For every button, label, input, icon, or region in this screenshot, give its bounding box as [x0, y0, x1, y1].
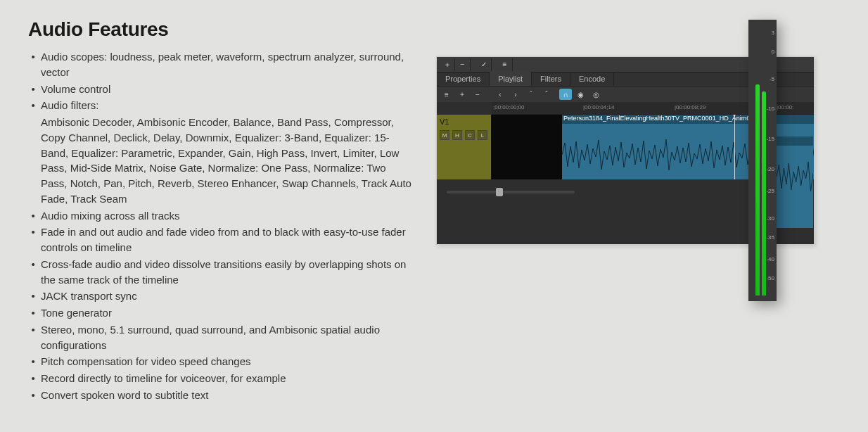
ruler-tick: |00:00:04;14 [583, 104, 614, 110]
target-icon[interactable]: ◎ [589, 88, 603, 101]
meter-bar-left [755, 84, 760, 296]
meter-tick: -15 [766, 136, 774, 142]
add-icon[interactable]: ＋ [455, 88, 469, 101]
meter-tick: -25 [766, 188, 774, 194]
remove-icon[interactable]: − [455, 58, 471, 71]
track-btn-l[interactable]: L [478, 130, 487, 140]
tab-filters[interactable]: Filters [532, 72, 570, 86]
meter-tick: 0 [772, 49, 774, 55]
page-row: Audio Features Audio scopes: loudness, p… [0, 0, 868, 405]
ruler-tick: |00:00:08;29 [675, 104, 706, 110]
meter-tick: 3 [772, 30, 774, 36]
filters-desc: Ambisonic Decoder, Ambisonic Encoder, Ba… [41, 115, 415, 207]
track-btn-m[interactable]: M [440, 130, 449, 140]
add-icon[interactable]: ＋ [440, 58, 455, 71]
zoom-slider-thumb[interactable] [496, 188, 503, 196]
visibility-icon[interactable]: ◉ [573, 88, 587, 101]
meter-scale: 30-5-10-15-20-25-30-35-40-50 [765, 24, 774, 297]
audio-meter-panel: 30-5-10-15-20-25-30-35-40-50 [748, 20, 777, 301]
meter-tick: -20 [766, 166, 774, 172]
feature-item: Convert spoken word to subtitle text [41, 388, 415, 403]
ruler-tick: |00:00: [777, 104, 793, 110]
feature-item: Stereo, mono, 5.1 surround, quad surroun… [41, 322, 415, 353]
track-btn-c[interactable]: C [465, 130, 475, 140]
feature-item: Cross-fade audio and video dissolve tran… [41, 257, 415, 288]
tab-playlist[interactable]: Playlist [490, 72, 532, 86]
feature-item: Record directly to timeline for voiceove… [41, 371, 415, 386]
meter-tick: -35 [766, 234, 774, 241]
meter-tick: -50 [766, 275, 774, 281]
feature-item: Audio scopes: loudness, peak meter, wave… [41, 49, 415, 80]
meter-tick: -30 [766, 215, 774, 222]
meter-tick: -10 [766, 106, 774, 112]
meter-tick: -5 [770, 76, 774, 82]
feature-item: Volume control [41, 82, 415, 97]
menu-icon[interactable]: ≡ [497, 58, 513, 71]
menu-icon[interactable]: ≡ [440, 88, 454, 101]
text-column: Audio Features Audio scopes: loudness, p… [28, 18, 415, 405]
check-icon[interactable]: ✓ [476, 58, 492, 71]
chevron-left-icon[interactable]: ‹ [493, 88, 507, 101]
tab-encode[interactable]: Encode [570, 72, 614, 86]
feature-item: Fade in and out audio and fade video fro… [41, 224, 415, 255]
feature-item: Audio filters:Ambisonic Decoder, Ambison… [41, 98, 415, 206]
waveform-icon [777, 158, 813, 196]
meter-tick: -40 [766, 256, 774, 262]
feature-item: Tone generator [41, 305, 415, 321]
tab-properties[interactable]: Properties [437, 72, 490, 86]
chevron-up-icon[interactable]: ˆ [540, 88, 554, 101]
clip-fragment: |00:00: [777, 136, 813, 228]
chevron-right-icon[interactable]: › [509, 88, 523, 101]
feature-item: Audio mixing across all tracks [41, 208, 415, 224]
editor-column: ＋ − ✓ ≡ PropertiesPlaylistFiltersEncode … [436, 56, 816, 405]
magnet-icon[interactable]: ∩ [559, 89, 572, 100]
chevron-down-icon[interactable]: ˇ [524, 88, 538, 101]
remove-icon[interactable]: − [471, 88, 485, 101]
clip-empty[interactable] [492, 115, 562, 179]
playhead[interactable] [734, 115, 735, 179]
track-name: V1 [440, 117, 488, 126]
feature-list: Audio scopes: loudness, peak meter, wave… [41, 49, 415, 403]
track-btn-h[interactable]: H [452, 130, 462, 140]
track-buttons: MHCL [440, 130, 488, 140]
feature-item: Pitch compensation for video speed chang… [41, 354, 415, 369]
track-header[interactable]: V1 MHCL [437, 115, 492, 179]
ruler-tick: ;00:00:00;00 [493, 104, 524, 110]
feature-item: JACK transport sync [41, 288, 415, 304]
section-title: Audio Features [28, 18, 415, 41]
